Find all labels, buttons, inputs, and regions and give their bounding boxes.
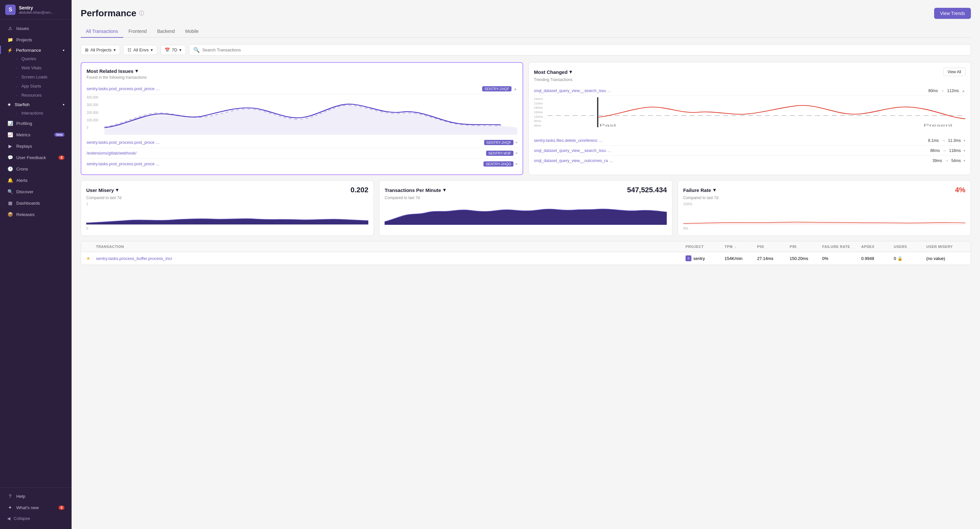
transaction-link[interactable]: sentry.tasks.post_process.post_proce … bbox=[86, 87, 160, 91]
all-envs-filter[interactable]: ☷ All Envs ▾ bbox=[123, 45, 157, 55]
chevron-down-icon: ▾ bbox=[151, 48, 153, 52]
sidebar-logo: S bbox=[5, 5, 16, 15]
sidebar-item-user-feedback[interactable]: 💬 User Feedback 8 bbox=[2, 152, 70, 163]
chevron-down-icon: ▾ bbox=[63, 48, 64, 52]
transaction-badge: SENTRY-W3F bbox=[486, 151, 514, 156]
calendar-icon: 📅 bbox=[165, 48, 170, 52]
col-failure-rate[interactable]: FAILURE RATE bbox=[822, 245, 861, 249]
tab-mobile[interactable]: Mobile bbox=[180, 25, 204, 38]
transaction-link[interactable]: sentry.tasks.post_process.post_proce … bbox=[86, 162, 160, 166]
user-feedback-badge: 8 bbox=[59, 156, 64, 160]
chart-y-axis: 400,000 300,000 200,000 100,000 0 bbox=[86, 96, 105, 129]
row-project: S sentry bbox=[686, 256, 725, 261]
sidebar-item-releases[interactable]: 📦 Releases bbox=[2, 209, 70, 220]
changed-transaction-link[interactable]: snql_dataset_query_view__outcomes_ra … bbox=[534, 159, 613, 163]
sidebar-item-whats-new[interactable]: ✦ What's new 6 bbox=[2, 502, 70, 513]
most-changed-title: Most Changed ▾ bbox=[534, 69, 572, 75]
col-p95[interactable]: P95 bbox=[790, 245, 822, 249]
view-all-button[interactable]: View All bbox=[943, 68, 966, 76]
sidebar-collapse-button[interactable]: ◀ Collapse bbox=[2, 513, 70, 523]
row-users: 0 🔒 bbox=[894, 256, 926, 261]
search-box[interactable]: 🔍 bbox=[189, 44, 971, 56]
sidebar-item-starfish[interactable]: ★ Starfish ▾ bbox=[2, 100, 70, 108]
search-input[interactable] bbox=[202, 48, 967, 52]
transaction-row: sentry.tasks.post_process.post_proce … S… bbox=[86, 84, 517, 94]
page-header: Performance ⓘ View Trends bbox=[81, 8, 971, 19]
all-projects-label: All Projects bbox=[91, 48, 111, 52]
sidebar-item-projects[interactable]: 📁 Projects bbox=[2, 34, 70, 45]
sidebar-item-screen-loads[interactable]: Screen Loads bbox=[2, 73, 70, 81]
col-star bbox=[86, 245, 96, 249]
row-p95: 150.20ms bbox=[790, 256, 822, 261]
col-users[interactable]: USERS bbox=[894, 245, 926, 249]
user-misery-y-labels: 1 bbox=[86, 202, 368, 206]
sidebar-item-crons[interactable]: 🕐 Crons bbox=[2, 163, 70, 175]
changed-row: snql_dataset_query_view__outcomes_ra … 3… bbox=[534, 156, 966, 165]
tab-frontend[interactable]: Frontend bbox=[123, 25, 152, 38]
time-from: 80ms bbox=[928, 89, 938, 93]
changed-chart-y-axis: 240ms 210ms 180ms 150ms 120ms 90ms 60ms bbox=[534, 97, 547, 127]
issues-icon: ⚠ bbox=[7, 25, 13, 31]
col-apdex[interactable]: APDEX bbox=[861, 245, 894, 249]
page-help-icon[interactable]: ⓘ bbox=[139, 10, 144, 17]
svg-text:Past: Past bbox=[599, 124, 616, 127]
sidebar-item-discover[interactable]: 🔍 Discover bbox=[2, 186, 70, 197]
transaction-badge: SENTRY-2HQF bbox=[482, 86, 511, 91]
table-row: ★ sentry.tasks.process_buffer.process_in… bbox=[81, 252, 970, 265]
sidebar-item-resources[interactable]: Resources bbox=[2, 91, 70, 100]
user-misery-header: User Misery ▾ 0.202 bbox=[86, 186, 368, 194]
sidebar-bottom: ? Help ✦ What's new 6 ◀ Collapse bbox=[0, 487, 72, 529]
sidebar-item-queries[interactable]: Queries bbox=[2, 54, 70, 63]
chevron-down-icon: ▾ bbox=[116, 187, 118, 193]
sidebar-item-replays[interactable]: ▶ Replays bbox=[2, 141, 70, 152]
tab-backend[interactable]: Backend bbox=[152, 25, 180, 38]
sidebar-item-app-starts[interactable]: App Starts bbox=[2, 82, 70, 91]
sidebar-item-performance[interactable]: ⚡ Performance ▾ bbox=[2, 46, 70, 54]
all-projects-filter[interactable]: ⊞ All Projects ▾ bbox=[81, 45, 120, 55]
row-star[interactable]: ★ bbox=[86, 256, 96, 261]
transaction-link[interactable]: /extensions/gitlab/webhook/ bbox=[86, 151, 137, 156]
col-transaction[interactable]: TRANSACTION bbox=[96, 245, 686, 249]
changed-transaction-link[interactable]: sentry.tasks.files.delete_unreferenc … bbox=[534, 138, 603, 143]
transaction-name-link[interactable]: sentry.tasks.process_buffer.process_incr bbox=[96, 256, 172, 261]
replays-icon: ▶ bbox=[7, 143, 13, 149]
time-to: 112ms bbox=[947, 89, 959, 93]
chevron-up-icon: ▲ bbox=[961, 89, 966, 93]
changed-transaction-link[interactable]: snql_dataset_query_view__search_issu … bbox=[534, 89, 611, 93]
sidebar-item-alerts[interactable]: 🔔 Alerts bbox=[2, 175, 70, 186]
sidebar-item-issues[interactable]: ⚠ Issues bbox=[2, 23, 70, 34]
chevron-down-icon: ▾ bbox=[963, 159, 966, 163]
sidebar-item-label: Releases bbox=[16, 212, 35, 217]
user-misery-chart bbox=[86, 207, 368, 224]
changed-transaction-link[interactable]: snql_dataset_query_view__search_issu … bbox=[534, 148, 611, 153]
col-project: PROJECT bbox=[686, 245, 725, 249]
transaction-badge-area: SENTRY-2HQF ▲ bbox=[482, 86, 517, 91]
transaction-link[interactable]: sentry.tasks.post_process.post_proce … bbox=[86, 140, 160, 145]
profiling-icon: 📊 bbox=[7, 121, 13, 126]
col-tpm[interactable]: TPM ↓ bbox=[725, 245, 757, 249]
failure-rate-value: 4% bbox=[955, 186, 966, 194]
sidebar-item-web-vitals[interactable]: Web Vitals bbox=[2, 64, 70, 72]
sidebar-item-help[interactable]: ? Help bbox=[2, 491, 70, 502]
chevron-down-icon: ▾ bbox=[963, 138, 966, 143]
view-trends-button[interactable]: View Trends bbox=[934, 8, 971, 19]
sidebar-item-profiling[interactable]: 📊 Profiling bbox=[2, 118, 70, 129]
chevron-down-icon: ▾ bbox=[963, 148, 966, 153]
arrow-right-icon: → bbox=[945, 159, 949, 163]
most-changed-header: Most Changed ▾ View All bbox=[534, 68, 966, 76]
chevron-up-icon: ▲ bbox=[514, 87, 517, 91]
tpm-title: Transactions Per Minute ▾ bbox=[385, 187, 445, 193]
sidebar-item-dashboards[interactable]: ▦ Dashboards bbox=[2, 197, 70, 208]
chevron-down-icon: ▾ bbox=[515, 151, 517, 156]
sidebar-item-label: Projects bbox=[16, 37, 32, 42]
help-icon: ? bbox=[7, 493, 13, 499]
col-user-misery[interactable]: USER MISERY bbox=[926, 245, 966, 249]
tab-all-transactions[interactable]: All Transactions bbox=[81, 25, 123, 38]
col-p50[interactable]: P50 bbox=[757, 245, 790, 249]
time-filter[interactable]: 📅 7D ▾ bbox=[161, 45, 186, 55]
sidebar-item-interactions[interactable]: Interactions bbox=[2, 109, 70, 118]
starfish-icon: ★ bbox=[7, 102, 11, 107]
sidebar-item-metrics[interactable]: 📈 Metrics beta bbox=[2, 129, 70, 140]
chevron-down-icon: ▾ bbox=[63, 103, 64, 106]
chevron-down-icon: ▾ bbox=[443, 187, 446, 193]
